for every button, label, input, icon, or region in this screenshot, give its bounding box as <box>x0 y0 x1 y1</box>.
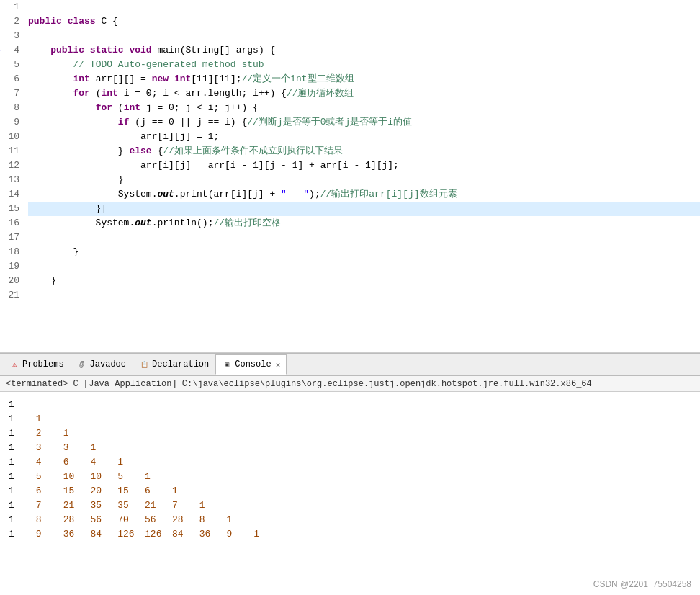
code-line-4: public static void main(String[] args) { <box>28 43 700 58</box>
c5-v0: 1 <box>9 470 30 484</box>
code-container: 1 2 3 4⇒ 5 6 7 8 9 10 11 12 13 14 15 16 … <box>0 0 700 352</box>
declaration-icon: 📋 <box>139 359 149 370</box>
code-line-11: } else {//如果上面条件条件不成立则执行以下结果 <box>28 144 700 158</box>
c6-v1: 6 <box>36 484 58 498</box>
console-row-5: 1 5 10 10 5 1 <box>9 470 691 484</box>
c7-v1: 7 <box>36 498 58 513</box>
code-line-16: System.out.println();//输出打印空格 <box>28 216 700 231</box>
tab-bar: ⚠ Problems @ Javadoc 📋 Declaration ▣ Con… <box>0 353 700 376</box>
tab-javadoc[interactable]: @ Javadoc <box>71 354 133 375</box>
javadoc-icon: @ <box>77 359 87 370</box>
code-line-12: arr[i][j] = arr[i - 1][j - 1] + arr[i - … <box>28 158 700 173</box>
console-row-3: 1 3 3 1 <box>9 441 691 455</box>
line-num-1: 1 <box>6 0 19 14</box>
tab-problems[interactable]: ⚠ Problems <box>3 354 71 375</box>
line-num-14: 14 <box>6 187 19 202</box>
line-num-7: 7 <box>6 86 19 101</box>
code-line-15: }| <box>28 202 700 216</box>
c5-v1: 5 <box>36 470 58 484</box>
console-row-8: 1 8 28 56 70 56 28 8 1 <box>9 513 691 527</box>
c5-v4: 5 <box>117 470 139 484</box>
line-num-16: 16 <box>6 216 19 231</box>
console-row-4: 1 4 6 4 1 <box>9 455 691 470</box>
code-line-8: for (int j = 0; j < i; j++) { <box>28 101 700 115</box>
c4-v2: 6 <box>63 455 85 470</box>
c6-v4: 15 <box>117 484 139 498</box>
c2-v1: 2 <box>36 426 58 441</box>
c7-v0: 1 <box>9 498 30 513</box>
code-line-14: System.out.print(arr[i][j] + " ");//输出打印… <box>28 187 700 202</box>
status-text: <terminated> C [Java Application] C:\jav… <box>6 379 592 389</box>
tab-console[interactable]: ▣ Console ✕ <box>215 354 287 375</box>
c8-v7: 8 <box>199 513 221 527</box>
c5-v5: 1 <box>145 470 166 484</box>
c1-v1: 1 <box>36 412 58 426</box>
console-row-0: 1 <box>9 398 691 412</box>
code-line-6: int arr[][] = new int[11][11];//定义一个int型… <box>28 72 700 86</box>
code-line-2: public class C { <box>28 14 700 29</box>
console-row-6: 1 6 15 20 15 6 1 <box>9 484 691 498</box>
main-layout: 1 2 3 4⇒ 5 6 7 8 9 10 11 12 13 14 15 16 … <box>0 0 700 595</box>
line-num-20: 20 <box>6 274 19 288</box>
c4-v1: 4 <box>36 455 58 470</box>
c3-v0: 1 <box>9 441 30 455</box>
c9-v5: 126 <box>145 527 166 542</box>
c2-v2: 1 <box>63 426 85 441</box>
line-num-8: 8 <box>6 101 19 115</box>
line-num-13: 13 <box>6 173 19 187</box>
c8-v3: 56 <box>90 513 112 527</box>
c9-v9: 1 <box>253 527 275 542</box>
c9-v6: 84 <box>172 527 194 542</box>
c6-v5: 6 <box>145 484 166 498</box>
c7-v4: 35 <box>117 498 139 513</box>
c8-v0: 1 <box>9 513 30 527</box>
console-row-2: 1 2 1 <box>9 426 691 441</box>
c4-v0: 1 <box>9 455 30 470</box>
line-num-4: 4⇒ <box>6 43 19 58</box>
code-line-9: if (j == 0 || j == i) {//判断j是否等于0或者j是否等于… <box>28 115 700 130</box>
c7-v5: 21 <box>145 498 166 513</box>
c6-v2: 15 <box>63 484 85 498</box>
line-num-3: 3 <box>6 29 19 43</box>
c5-v3: 10 <box>90 470 112 484</box>
line-num-21: 21 <box>6 288 19 303</box>
c9-v7: 36 <box>199 527 221 542</box>
console-row-7: 1 7 21 35 35 21 7 1 <box>9 498 691 513</box>
line-num-11: 11 <box>6 144 19 158</box>
c9-v1: 9 <box>36 527 58 542</box>
status-bar: <terminated> C [Java Application] C:\jav… <box>0 376 700 392</box>
code-lines[interactable]: public class C { public static void main… <box>25 0 700 352</box>
code-line-1 <box>28 0 700 14</box>
line-num-5: 5 <box>6 58 19 72</box>
c8-v5: 56 <box>145 513 166 527</box>
line-num-6: 6 <box>6 72 19 86</box>
line-num-10: 10 <box>6 130 19 144</box>
c6-v0: 1 <box>9 484 30 498</box>
line-numbers: 1 2 3 4⇒ 5 6 7 8 9 10 11 12 13 14 15 16 … <box>0 0 25 352</box>
c7-v7: 1 <box>199 498 221 513</box>
code-line-17 <box>28 231 700 245</box>
c8-v8: 1 <box>227 513 248 527</box>
tab-declaration[interactable]: 📋 Declaration <box>133 354 215 375</box>
console-close-icon[interactable]: ✕ <box>276 360 281 370</box>
code-line-7: for (int i = 0; i < arr.length; i++) {//… <box>28 86 700 101</box>
code-line-18: } <box>28 245 700 259</box>
editor-scrollbar[interactable] <box>0 352 700 353</box>
c9-v8: 9 <box>227 527 248 542</box>
c8-v1: 8 <box>36 513 58 527</box>
c2-v0: 1 <box>9 426 30 441</box>
console-wrapper: 1 1 1 1 2 1 1 3 3 1 1 4 <box>0 392 700 595</box>
code-line-13: } <box>28 173 700 187</box>
c3-v2: 3 <box>63 441 85 455</box>
line-num-9: 9 <box>6 115 19 130</box>
c7-v3: 35 <box>90 498 112 513</box>
c8-v4: 70 <box>117 513 139 527</box>
c8-v2: 28 <box>63 513 85 527</box>
c8-v6: 28 <box>172 513 194 527</box>
line-num-18: 18 <box>6 245 19 259</box>
c7-v2: 21 <box>63 498 85 513</box>
problems-icon: ⚠ <box>9 359 19 370</box>
console-area[interactable]: 1 1 1 1 2 1 1 3 3 1 1 4 <box>0 392 700 547</box>
c4-v4: 1 <box>117 455 139 470</box>
tab-javadoc-label: Javadoc <box>90 359 126 370</box>
